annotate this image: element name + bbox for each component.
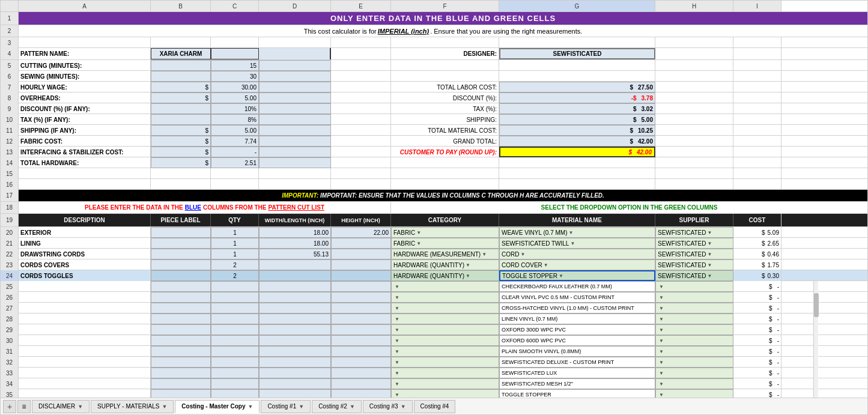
cell-31d[interactable] [259,346,331,357]
cell-25b[interactable] [151,281,211,292]
cell-27h[interactable]: ▼ [655,303,733,314]
cell-27f[interactable]: ▼ [391,303,499,314]
cell-32h-dropdown[interactable]: ▼ [659,360,664,365]
row22-qty[interactable]: 1 [211,249,259,259]
cell-25f[interactable]: ▼ [391,281,499,292]
cell-25c[interactable] [211,281,259,292]
cell-33c[interactable] [211,368,259,378]
col-header-g[interactable]: G [499,1,655,11]
tab-disclaimer-arrow[interactable]: ▼ [77,404,83,410]
col-header-d[interactable]: D [259,1,331,11]
cell-28h-dropdown[interactable]: ▼ [659,317,664,322]
cell-30f-dropdown[interactable]: ▼ [395,338,399,344]
interfacing-value[interactable]: - [211,147,259,157]
cell-30h-dropdown[interactable]: ▼ [659,338,664,344]
cell-29h[interactable]: ▼ [655,324,733,335]
cell-30h[interactable]: ▼ [655,335,733,346]
cell-25d[interactable] [259,281,331,292]
cell-32c[interactable] [211,357,259,368]
add-sheet-button[interactable]: + [3,400,16,413]
tab-costing-3-arrow[interactable]: ▼ [401,404,406,410]
cell-34f[interactable]: ▼ [391,378,499,389]
cell-26b[interactable] [151,292,211,303]
cell-27f-dropdown[interactable]: ▼ [395,306,399,311]
row23-category[interactable]: HARDWARE (QUANTITY) ▼ [391,259,499,270]
cell-34c[interactable] [211,378,259,389]
cell-26d[interactable] [259,292,331,303]
cell-33b[interactable] [151,368,211,378]
cell-35b[interactable] [151,389,211,398]
cell-35e[interactable] [331,389,391,398]
cell-32b[interactable] [151,357,211,368]
col-header-e[interactable]: E [331,1,391,11]
overheads-value[interactable]: 5.00 [211,92,259,103]
col-header-a[interactable]: A [19,1,151,11]
cell-25f-dropdown[interactable]: ▼ [395,284,399,289]
row23-supplier-dropdown[interactable]: ▼ [707,262,712,268]
discount-value[interactable]: 10% [211,103,259,114]
cell-27h-dropdown[interactable]: ▼ [659,306,664,311]
cell-32e[interactable] [331,357,391,368]
cell-35d[interactable] [259,389,331,398]
scrollbar-track[interactable] [813,281,818,398]
row20-material[interactable]: WEAVE VINYL (0.7 MM) ▼ [499,227,655,238]
row21-category-dropdown[interactable]: ▼ [416,241,421,246]
cell-33h[interactable]: ▼ [655,368,733,378]
shipping-value[interactable]: 5.00 [211,125,259,136]
row20-piece[interactable] [151,227,211,238]
cell-27b[interactable] [151,303,211,314]
cell-28e[interactable] [331,314,391,324]
row22-material[interactable]: CORD ▼ [499,249,655,259]
pattern-name-value[interactable]: XARIA CHARM [160,50,202,57]
tab-supply-materials-arrow[interactable]: ▼ [162,404,167,410]
cell-31e[interactable] [331,346,391,357]
row24-supplier-dropdown[interactable]: ▼ [707,273,712,279]
col-header-c[interactable]: C [211,1,259,11]
col-header-b[interactable]: B [151,1,211,11]
cell-26h[interactable]: ▼ [655,292,733,303]
cell-28c[interactable] [211,314,259,324]
row22-width[interactable]: 55.13 [259,249,331,259]
row20-material-dropdown[interactable]: ▼ [568,230,573,235]
cell-25h-dropdown[interactable]: ▼ [659,284,664,289]
row24-category-dropdown[interactable]: ▼ [466,273,470,279]
cell-29b[interactable] [151,324,211,335]
cell-29e[interactable] [331,324,391,335]
row24-piece[interactable] [151,270,211,281]
cell-29c[interactable] [211,324,259,335]
cell-35h[interactable]: ▼ [655,389,733,398]
cell-32h[interactable]: ▼ [655,357,733,368]
scrollbar-thumb[interactable] [814,293,819,317]
cell-30d[interactable] [259,335,331,346]
row24-material[interactable]: TOGGLE STOPPER ▼ [499,270,655,281]
row23-material-dropdown[interactable]: ▼ [544,262,548,268]
cell-31h-dropdown[interactable]: ▼ [659,349,664,354]
cell-34b[interactable] [151,378,211,389]
row24-height[interactable] [331,270,391,281]
col-header-i[interactable]: I [733,1,782,11]
cell-27c[interactable] [211,303,259,314]
row21-qty[interactable]: 1 [211,238,259,249]
row24-material-dropdown[interactable]: ▼ [559,273,563,279]
cutting-value[interactable]: 15 [211,60,259,71]
row21-width[interactable]: 18.00 [259,238,331,249]
cell-30c[interactable] [211,335,259,346]
row21-category[interactable]: FABRIC ▼ [391,238,499,249]
row23-qty[interactable]: 2 [211,259,259,270]
cell-31f[interactable]: ▼ [391,346,499,357]
cell-30e[interactable] [331,335,391,346]
cell-32d[interactable] [259,357,331,368]
row23-material[interactable]: CORD COVER ▼ [499,259,655,270]
cell-34d[interactable] [259,378,331,389]
row21-height[interactable] [331,238,391,249]
row21-material-dropdown[interactable]: ▼ [570,241,575,246]
row24-qty[interactable]: 2 [211,270,259,281]
cell-27e[interactable] [331,303,391,314]
tax-value[interactable]: 8% [211,114,259,125]
row22-height[interactable] [331,249,391,259]
cell-35f-dropdown[interactable]: ▼ [395,392,399,398]
cell-25e[interactable] [331,281,391,292]
cell-31c[interactable] [211,346,259,357]
row23-piece[interactable] [151,259,211,270]
cell-27d[interactable] [259,303,331,314]
